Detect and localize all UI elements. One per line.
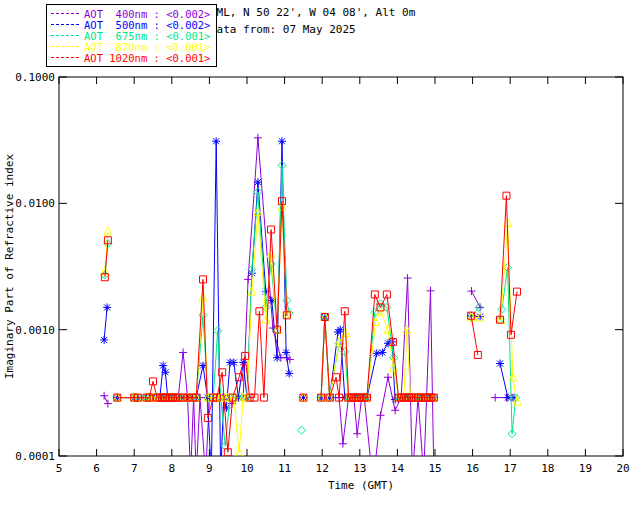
data-point-marker — [103, 303, 111, 311]
x-tick-label: 16 — [466, 462, 479, 475]
data-point-marker — [278, 137, 286, 145]
y-axis-title: Imaginary Part of Refractive index — [3, 154, 16, 380]
y-tick-label: 0.0010 — [15, 324, 55, 337]
data-point-marker — [339, 440, 347, 448]
x-tick-label: 8 — [168, 462, 175, 475]
data-point-marker — [230, 358, 238, 366]
chart-canvas: 567891011121314151617181920Time (GMT)0.1… — [0, 0, 640, 512]
x-tick-label: 7 — [131, 462, 138, 475]
data-point-marker — [467, 287, 475, 295]
x-tick-label: 5 — [56, 462, 63, 475]
data-point-marker — [298, 426, 306, 434]
y-axis: 0.10000.01000.00100.0001Imaginary Part o… — [3, 71, 623, 463]
y-tick-label: 0.0100 — [15, 197, 55, 210]
data-point-marker — [373, 349, 381, 357]
data-point-marker — [187, 472, 195, 480]
x-tick-label: 11 — [278, 462, 291, 475]
data-point-marker — [159, 362, 167, 370]
x-tick-label: 15 — [428, 462, 441, 475]
x-tick-label: 14 — [391, 462, 405, 475]
data-point-marker — [420, 472, 428, 480]
x-axis: 567891011121314151617181920Time (GMT) — [56, 77, 630, 492]
x-tick-label: 9 — [206, 462, 213, 475]
data-point-marker — [179, 348, 187, 356]
y-tick-label: 0.0001 — [15, 450, 55, 463]
data-point-marker — [378, 348, 386, 356]
y-tick-label: 0.1000 — [15, 71, 55, 84]
data-point-marker — [273, 354, 281, 362]
x-axis-title: Time (GMT) — [328, 479, 394, 492]
series-aot-870nm — [101, 202, 521, 456]
x-tick-label: 6 — [93, 462, 100, 475]
data-point-marker — [496, 359, 504, 367]
x-tick-label: 12 — [316, 462, 329, 475]
data-point-marker — [491, 394, 499, 402]
x-tick-label: 18 — [541, 462, 554, 475]
data-point-marker — [254, 134, 262, 142]
x-tick-label: 19 — [579, 462, 592, 475]
data-point-marker — [285, 369, 293, 377]
series-aot-400nm — [100, 134, 516, 488]
x-tick-label: 10 — [240, 462, 253, 475]
data-point-marker — [161, 368, 169, 376]
series-aot-675nm — [101, 161, 520, 450]
data-point-marker — [192, 472, 200, 480]
data-point-marker — [404, 274, 412, 282]
data-point-marker — [376, 411, 384, 419]
data-point-marker — [254, 178, 262, 186]
data-point-marker — [212, 137, 220, 145]
aeronet-refractive-index-plot: PML, N 50 22', W 04 08', Alt 0m Data fro… — [0, 0, 640, 512]
data-point-marker — [217, 472, 225, 480]
data-point-marker — [104, 400, 112, 408]
data-point-marker — [408, 472, 416, 480]
data-point-marker — [353, 430, 361, 438]
x-tick-label: 20 — [616, 462, 629, 475]
x-tick-label: 17 — [504, 462, 517, 475]
data-point-marker — [100, 392, 108, 400]
x-tick-label: 13 — [353, 462, 366, 475]
data-point-marker — [426, 287, 434, 295]
data-point-marker — [282, 348, 290, 356]
series-aot-1020nm — [101, 192, 520, 456]
series-aot-500nm — [100, 137, 518, 479]
data-point-marker — [384, 373, 392, 381]
data-point-marker — [391, 406, 399, 414]
data-point-marker — [100, 336, 108, 344]
